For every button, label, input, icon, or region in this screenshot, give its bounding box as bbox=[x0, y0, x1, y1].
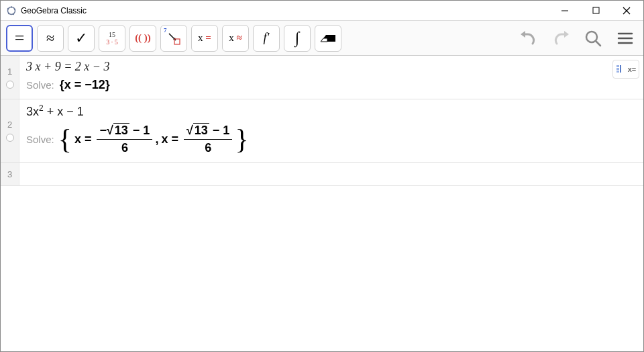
tool-expand[interactable]: (( )) bbox=[129, 25, 156, 52]
svg-point-1 bbox=[11, 6, 12, 7]
app-icon bbox=[6, 5, 17, 16]
maximize-button[interactable] bbox=[580, 1, 611, 21]
toolbar: = ≈ ✓ 15 3 · 5 (( )) 7 x = x ≈ f′ ∫ bbox=[1, 21, 643, 56]
tool-numeric[interactable]: ≈ bbox=[37, 25, 64, 52]
approx-icon: ≈ bbox=[46, 30, 54, 47]
redo-button[interactable] bbox=[548, 26, 574, 51]
row-marker[interactable]: 1 bbox=[1, 56, 19, 99]
cas-row[interactable]: 2 3x2 + x − 1 Solve: { x = −13 − 1 bbox=[1, 99, 643, 163]
substitute-icon bbox=[166, 31, 181, 46]
input-expression[interactable] bbox=[19, 163, 643, 185]
menu-button[interactable] bbox=[612, 26, 638, 51]
cas-row[interactable]: 1 3 x + 9 = 2 x − 3 Solve: {x = −12} bbox=[1, 56, 643, 99]
tool-keep-input[interactable]: ✓ bbox=[68, 25, 95, 52]
toolbar-right bbox=[516, 26, 638, 51]
window-title: GeoGebra Classic bbox=[21, 6, 549, 15]
tool-evaluate[interactable]: = bbox=[6, 25, 33, 52]
svg-point-2 bbox=[14, 8, 15, 9]
input-expression[interactable]: 3x2 + x − 1 bbox=[26, 103, 637, 119]
factor-icon: 15 3 · 5 bbox=[106, 31, 118, 46]
derivative-icon: f′ bbox=[264, 31, 270, 45]
row-index: 2 bbox=[7, 120, 12, 130]
equals-icon: = bbox=[15, 28, 25, 48]
row-index: 1 bbox=[7, 67, 12, 77]
solution-output: {x = −12} bbox=[60, 78, 110, 92]
svg-rect-23 bbox=[620, 65, 621, 73]
svg-point-3 bbox=[13, 13, 14, 14]
visibility-toggle[interactable] bbox=[6, 134, 14, 142]
svg-point-4 bbox=[8, 12, 9, 13]
svg-marker-14 bbox=[564, 31, 569, 38]
window-controls bbox=[549, 1, 642, 21]
solve-icon: x = bbox=[198, 32, 211, 44]
cas-view: 1 3 x + 9 = 2 x − 3 Solve: {x = −12} 2 3… bbox=[1, 56, 643, 351]
row-marker[interactable]: 2 bbox=[1, 99, 19, 162]
tool-solve-numeric[interactable]: x ≈ bbox=[222, 25, 249, 52]
tool-derivative[interactable]: f′ bbox=[253, 25, 280, 52]
search-button[interactable] bbox=[580, 26, 606, 51]
svg-rect-21 bbox=[616, 68, 619, 70]
check-icon: ✓ bbox=[75, 30, 87, 47]
integral-icon: ∫ bbox=[295, 29, 300, 47]
svg-marker-13 bbox=[521, 31, 525, 38]
svg-point-5 bbox=[7, 7, 9, 9]
visibility-toggle[interactable] bbox=[6, 81, 14, 89]
view-switcher[interactable]: x= bbox=[612, 60, 639, 79]
tool-substitute[interactable]: 7 bbox=[160, 25, 187, 52]
svg-rect-20 bbox=[616, 65, 619, 67]
undo-button[interactable] bbox=[516, 26, 541, 51]
svg-rect-22 bbox=[616, 71, 619, 73]
tool-solve[interactable]: x = bbox=[191, 25, 218, 52]
row-marker[interactable]: 3 bbox=[1, 163, 19, 185]
svg-line-16 bbox=[596, 41, 600, 46]
cas-row[interactable]: 3 bbox=[1, 163, 643, 186]
input-expression[interactable]: 3 x + 9 = 2 x − 3 bbox=[26, 60, 637, 74]
close-button[interactable] bbox=[611, 1, 642, 21]
tool-delete[interactable] bbox=[315, 25, 341, 52]
solution-output: Solve: { x = −13 − 1 6 , x = bbox=[26, 123, 637, 155]
row-index: 3 bbox=[7, 169, 12, 179]
solve-label: Solve: bbox=[26, 79, 54, 91]
tool-factor[interactable]: 15 3 · 5 bbox=[99, 25, 125, 52]
minimize-button[interactable] bbox=[549, 1, 580, 21]
parens-icon: (( )) bbox=[135, 32, 151, 44]
eraser-icon bbox=[319, 32, 337, 44]
svg-rect-7 bbox=[593, 7, 599, 13]
solve-numeric-icon: x ≈ bbox=[229, 32, 241, 44]
titlebar: GeoGebra Classic bbox=[1, 1, 643, 21]
solve-label: Solve: bbox=[26, 134, 54, 145]
tool-integral[interactable]: ∫ bbox=[284, 25, 311, 52]
cas-view-icon bbox=[616, 64, 627, 74]
